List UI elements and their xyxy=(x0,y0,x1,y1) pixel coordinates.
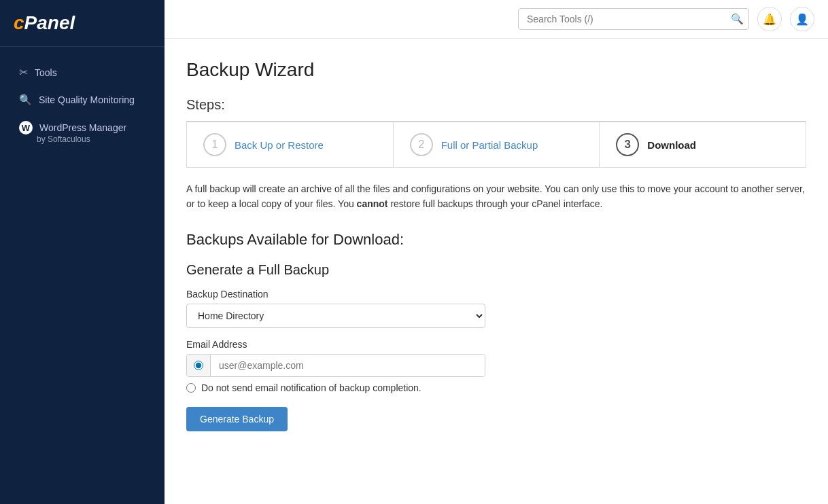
no-email-row: Do not send email notification of backup… xyxy=(186,382,806,393)
backup-destination-group: Backup Destination Home Directory Remote… xyxy=(186,289,806,328)
user-icon: 👤 xyxy=(795,13,809,26)
backup-destination-label: Backup Destination xyxy=(186,289,806,300)
sidebar-item-wp-sublabel: by Softaculous xyxy=(37,134,145,144)
page-content: Backup Wizard Steps: 1 Back Up or Restor… xyxy=(165,39,828,504)
main-content: 🔍 🔔 👤 Backup Wizard Steps: 1 Back Up or … xyxy=(165,0,828,504)
sidebar-item-wordpress-manager[interactable]: W WordPress Manager by Softaculous xyxy=(5,114,159,151)
no-email-label: Do not send email notification of backup… xyxy=(201,382,421,393)
backup-destination-select[interactable]: Home Directory Remote FTP Server Remote … xyxy=(186,304,485,328)
email-radio-wrap xyxy=(187,355,211,376)
sidebar: cPanel ✂ Tools 🔍 Site Quality Monitoring… xyxy=(0,0,165,504)
sidebar-item-site-quality-monitoring[interactable]: 🔍 Site Quality Monitoring xyxy=(5,87,159,113)
email-field[interactable] xyxy=(211,355,485,376)
sidebar-logo: cPanel xyxy=(0,0,165,47)
notifications-button[interactable]: 🔔 xyxy=(757,7,782,31)
cpanel-logo-rest: Panel xyxy=(24,12,75,33)
generate-full-backup-title: Generate a Full Backup xyxy=(186,262,806,278)
step-1[interactable]: 1 Back Up or Restore xyxy=(187,122,394,167)
page-title: Backup Wizard xyxy=(186,59,806,81)
search-container: 🔍 xyxy=(518,8,749,30)
sidebar-item-tools-label: Tools xyxy=(35,67,57,78)
wp-icon: W xyxy=(19,121,33,134)
generate-backup-button[interactable]: Generate Backup xyxy=(186,407,288,431)
email-address-label: Email Address xyxy=(186,339,806,350)
email-input-row xyxy=(186,354,485,377)
search-button[interactable]: 🔍 xyxy=(731,13,744,25)
tools-icon: ✂ xyxy=(19,66,28,79)
search-input[interactable] xyxy=(518,8,749,30)
step-2-number: 2 xyxy=(410,133,433,156)
sidebar-item-wp-label: WordPress Manager xyxy=(39,122,126,133)
email-address-group: Email Address Do not send email notifica… xyxy=(186,339,806,393)
info-cannot: cannot xyxy=(357,198,388,209)
email-radio-send[interactable] xyxy=(194,361,203,370)
step-3-label: Download xyxy=(647,139,696,151)
sidebar-navigation: ✂ Tools 🔍 Site Quality Monitoring W Word… xyxy=(0,47,165,163)
step-3-number: 3 xyxy=(616,133,639,156)
cpanel-logo-text: cPanel xyxy=(14,12,151,34)
no-email-radio[interactable] xyxy=(186,383,196,393)
steps-label: Steps: xyxy=(186,97,806,113)
step-2[interactable]: 2 Full or Partial Backup xyxy=(394,122,600,167)
cpanel-logo-c: c xyxy=(14,12,24,33)
user-menu-button[interactable]: 👤 xyxy=(790,7,814,31)
steps-bar: 1 Back Up or Restore 2 Full or Partial B… xyxy=(186,122,806,168)
step-1-label[interactable]: Back Up or Restore xyxy=(235,139,324,151)
search-icon: 🔍 xyxy=(731,13,744,24)
info-text-after: restore full backups through your cPanel… xyxy=(388,198,603,209)
sidebar-item-sqm-label: Site Quality Monitoring xyxy=(39,94,135,105)
step-3: 3 Download xyxy=(600,122,806,167)
step-2-label[interactable]: Full or Partial Backup xyxy=(441,139,538,151)
sidebar-item-tools[interactable]: ✂ Tools xyxy=(5,59,159,86)
sqm-icon: 🔍 xyxy=(19,94,32,106)
backups-available-title: Backups Available for Download: xyxy=(186,231,806,249)
step-1-number: 1 xyxy=(203,133,226,156)
info-paragraph: A full backup will create an archive of … xyxy=(186,181,806,212)
header: 🔍 🔔 👤 xyxy=(165,0,828,39)
bell-icon: 🔔 xyxy=(763,13,776,26)
